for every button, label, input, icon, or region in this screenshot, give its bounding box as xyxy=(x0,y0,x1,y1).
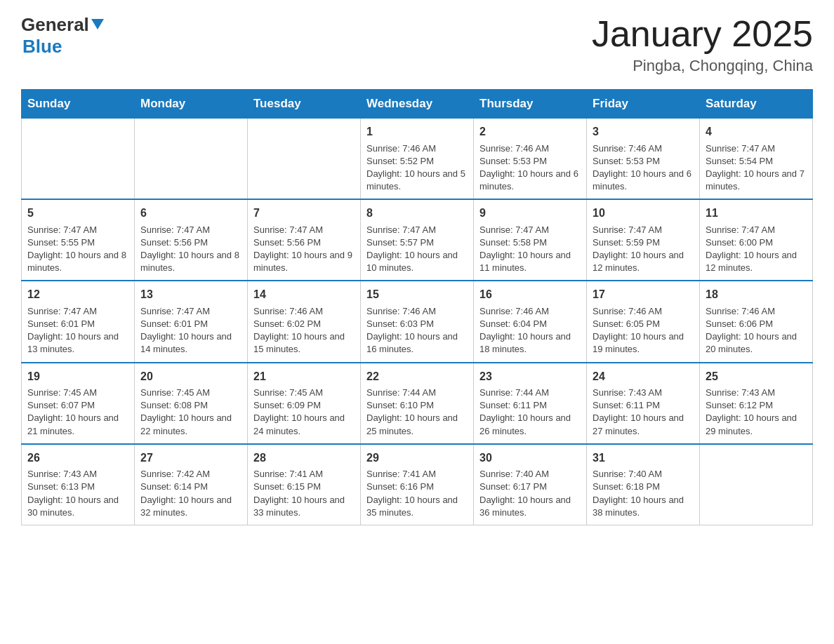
day-info: Sunrise: 7:46 AM Sunset: 5:52 PM Dayligh… xyxy=(366,142,468,194)
day-number: 22 xyxy=(366,369,468,384)
day-number: 13 xyxy=(140,287,241,302)
day-number: 3 xyxy=(593,124,694,140)
calendar-cell: 19Sunrise: 7:45 AM Sunset: 6:07 PM Dayli… xyxy=(22,363,135,444)
calendar-cell: 22Sunrise: 7:44 AM Sunset: 6:10 PM Dayli… xyxy=(361,363,474,444)
calendar-cell: 1Sunrise: 7:46 AM Sunset: 5:52 PM Daylig… xyxy=(361,119,474,200)
day-info: Sunrise: 7:42 AM Sunset: 6:14 PM Dayligh… xyxy=(140,468,241,519)
calendar-cell: 21Sunrise: 7:45 AM Sunset: 6:09 PM Dayli… xyxy=(248,363,361,444)
day-number: 14 xyxy=(253,287,355,302)
day-info: Sunrise: 7:47 AM Sunset: 5:56 PM Dayligh… xyxy=(140,224,241,275)
calendar-cell: 13Sunrise: 7:47 AM Sunset: 6:01 PM Dayli… xyxy=(135,281,248,362)
calendar-cell: 9Sunrise: 7:47 AM Sunset: 5:58 PM Daylig… xyxy=(474,199,587,281)
calendar-cell: 28Sunrise: 7:41 AM Sunset: 6:15 PM Dayli… xyxy=(248,444,361,525)
calendar-cell: 14Sunrise: 7:46 AM Sunset: 6:02 PM Dayli… xyxy=(248,281,361,362)
day-info: Sunrise: 7:47 AM Sunset: 5:59 PM Dayligh… xyxy=(593,224,694,275)
calendar-cell xyxy=(700,444,813,525)
day-number: 16 xyxy=(479,287,581,302)
day-number: 6 xyxy=(140,206,241,221)
day-number: 11 xyxy=(706,206,807,221)
day-number: 19 xyxy=(27,369,128,384)
calendar-cell: 26Sunrise: 7:43 AM Sunset: 6:13 PM Dayli… xyxy=(22,444,135,525)
calendar-cell: 11Sunrise: 7:47 AM Sunset: 6:00 PM Dayli… xyxy=(700,199,813,281)
day-number: 21 xyxy=(253,369,355,384)
header-thursday: Thursday xyxy=(474,90,587,119)
day-info: Sunrise: 7:47 AM Sunset: 6:01 PM Dayligh… xyxy=(27,305,128,356)
day-number: 31 xyxy=(593,450,694,466)
calendar-cell: 4Sunrise: 7:47 AM Sunset: 5:54 PM Daylig… xyxy=(700,119,813,200)
calendar-cell: 25Sunrise: 7:43 AM Sunset: 6:12 PM Dayli… xyxy=(700,363,813,444)
day-info: Sunrise: 7:44 AM Sunset: 6:11 PM Dayligh… xyxy=(479,387,581,438)
calendar-cell: 16Sunrise: 7:46 AM Sunset: 6:04 PM Dayli… xyxy=(474,281,587,362)
page-title: January 2025 xyxy=(592,14,813,54)
calendar-cell: 29Sunrise: 7:41 AM Sunset: 6:16 PM Dayli… xyxy=(361,444,474,525)
day-number: 17 xyxy=(593,287,694,302)
page-header: General Blue January 2025 Pingba, Chongq… xyxy=(21,14,813,75)
day-info: Sunrise: 7:46 AM Sunset: 6:05 PM Dayligh… xyxy=(593,305,694,356)
week-row-0: 1Sunrise: 7:46 AM Sunset: 5:52 PM Daylig… xyxy=(22,119,813,200)
calendar-cell: 30Sunrise: 7:40 AM Sunset: 6:17 PM Dayli… xyxy=(474,444,587,525)
day-info: Sunrise: 7:44 AM Sunset: 6:10 PM Dayligh… xyxy=(366,387,468,438)
day-number: 7 xyxy=(253,206,355,221)
calendar-cell: 31Sunrise: 7:40 AM Sunset: 6:18 PM Dayli… xyxy=(587,444,700,525)
day-info: Sunrise: 7:46 AM Sunset: 6:02 PM Dayligh… xyxy=(253,305,355,356)
header-sunday: Sunday xyxy=(22,90,135,119)
day-number: 1 xyxy=(366,124,468,140)
day-number: 20 xyxy=(140,369,241,384)
logo: General Blue xyxy=(21,14,104,58)
day-info: Sunrise: 7:46 AM Sunset: 6:06 PM Dayligh… xyxy=(706,305,807,356)
week-row-1: 5Sunrise: 7:47 AM Sunset: 5:55 PM Daylig… xyxy=(22,199,813,281)
day-number: 4 xyxy=(706,124,807,140)
calendar-cell: 24Sunrise: 7:43 AM Sunset: 6:11 PM Dayli… xyxy=(587,363,700,444)
day-number: 12 xyxy=(27,287,128,302)
day-info: Sunrise: 7:43 AM Sunset: 6:13 PM Dayligh… xyxy=(27,468,128,519)
calendar-cell: 17Sunrise: 7:46 AM Sunset: 6:05 PM Dayli… xyxy=(587,281,700,362)
day-number: 27 xyxy=(140,450,241,466)
day-info: Sunrise: 7:46 AM Sunset: 6:04 PM Dayligh… xyxy=(479,305,581,356)
day-number: 5 xyxy=(27,206,128,221)
day-number: 9 xyxy=(479,206,581,221)
calendar-cell: 10Sunrise: 7:47 AM Sunset: 5:59 PM Dayli… xyxy=(587,199,700,281)
logo-general-text: General xyxy=(21,14,89,36)
day-info: Sunrise: 7:47 AM Sunset: 6:00 PM Dayligh… xyxy=(706,224,807,275)
day-info: Sunrise: 7:43 AM Sunset: 6:11 PM Dayligh… xyxy=(593,387,694,438)
day-info: Sunrise: 7:47 AM Sunset: 6:01 PM Dayligh… xyxy=(140,305,241,356)
header-wednesday: Wednesday xyxy=(361,90,474,119)
day-info: Sunrise: 7:43 AM Sunset: 6:12 PM Dayligh… xyxy=(706,387,807,438)
calendar-cell xyxy=(22,119,135,200)
logo-blue-text: Blue xyxy=(22,36,62,57)
day-info: Sunrise: 7:45 AM Sunset: 6:09 PM Dayligh… xyxy=(253,387,355,438)
day-info: Sunrise: 7:46 AM Sunset: 5:53 PM Dayligh… xyxy=(479,142,581,194)
day-number: 15 xyxy=(366,287,468,302)
title-block: January 2025 Pingba, Chongqing, China xyxy=(592,14,813,75)
day-number: 29 xyxy=(366,450,468,466)
header-monday: Monday xyxy=(135,90,248,119)
day-number: 8 xyxy=(366,206,468,221)
calendar-cell: 20Sunrise: 7:45 AM Sunset: 6:08 PM Dayli… xyxy=(135,363,248,444)
day-info: Sunrise: 7:45 AM Sunset: 6:08 PM Dayligh… xyxy=(140,387,241,438)
calendar-cell xyxy=(135,119,248,200)
week-row-3: 19Sunrise: 7:45 AM Sunset: 6:07 PM Dayli… xyxy=(22,363,813,444)
calendar-cell: 18Sunrise: 7:46 AM Sunset: 6:06 PM Dayli… xyxy=(700,281,813,362)
header-saturday: Saturday xyxy=(700,90,813,119)
calendar-cell: 2Sunrise: 7:46 AM Sunset: 5:53 PM Daylig… xyxy=(474,119,587,200)
day-info: Sunrise: 7:41 AM Sunset: 6:16 PM Dayligh… xyxy=(366,468,468,519)
calendar-cell: 15Sunrise: 7:46 AM Sunset: 6:03 PM Dayli… xyxy=(361,281,474,362)
week-row-2: 12Sunrise: 7:47 AM Sunset: 6:01 PM Dayli… xyxy=(22,281,813,362)
day-info: Sunrise: 7:40 AM Sunset: 6:18 PM Dayligh… xyxy=(593,468,694,519)
calendar-cell xyxy=(248,119,361,200)
calendar-table: SundayMondayTuesdayWednesdayThursdayFrid… xyxy=(21,89,813,525)
calendar-cell: 3Sunrise: 7:46 AM Sunset: 5:53 PM Daylig… xyxy=(587,119,700,200)
day-number: 10 xyxy=(593,206,694,221)
calendar-cell: 8Sunrise: 7:47 AM Sunset: 5:57 PM Daylig… xyxy=(361,199,474,281)
day-info: Sunrise: 7:45 AM Sunset: 6:07 PM Dayligh… xyxy=(27,387,128,438)
day-number: 25 xyxy=(706,369,807,384)
day-number: 2 xyxy=(479,124,581,140)
day-number: 28 xyxy=(253,450,355,466)
day-number: 18 xyxy=(706,287,807,302)
day-info: Sunrise: 7:40 AM Sunset: 6:17 PM Dayligh… xyxy=(479,468,581,519)
day-number: 26 xyxy=(27,450,128,466)
calendar-cell: 12Sunrise: 7:47 AM Sunset: 6:01 PM Dayli… xyxy=(22,281,135,362)
day-number: 23 xyxy=(479,369,581,384)
page-subtitle: Pingba, Chongqing, China xyxy=(592,57,813,75)
day-info: Sunrise: 7:46 AM Sunset: 5:53 PM Dayligh… xyxy=(593,142,694,194)
